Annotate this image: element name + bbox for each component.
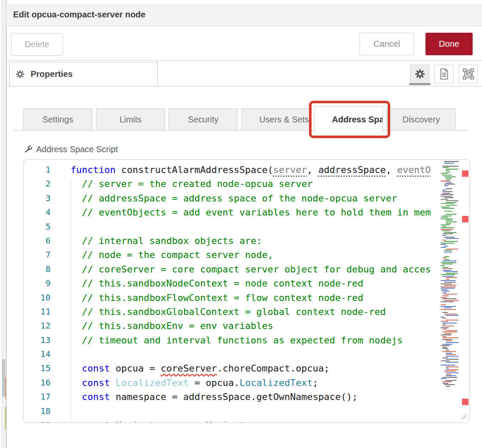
- delete-button[interactable]: Delete: [11, 33, 63, 56]
- minimap-line: [442, 336, 446, 337]
- minimap-line: [442, 267, 448, 268]
- minimap-line: [442, 226, 446, 227]
- minimap-line: [442, 258, 447, 258]
- minimap-line: [441, 321, 448, 322]
- code-token: server: [273, 164, 307, 175]
- code-line: [71, 404, 440, 418]
- minimap-line: [444, 371, 456, 371]
- minimap-line: [446, 200, 459, 201]
- minimap-line: [442, 383, 448, 384]
- minimap-line: [442, 298, 456, 299]
- minimap-line: [446, 273, 458, 274]
- overview-ruler[interactable]: [459, 160, 470, 422]
- minimap-line: [442, 357, 448, 358]
- line-number: 3: [24, 191, 51, 205]
- minimap-line: [441, 335, 451, 335]
- minimap-line: [441, 196, 452, 197]
- tab-users-sets[interactable]: Users & Sets: [241, 108, 310, 130]
- code-line: [71, 347, 440, 361]
- minimap-line: [446, 169, 459, 170]
- minimap-line: [444, 176, 456, 177]
- minimap-line: [446, 340, 453, 341]
- line-number: 19: [24, 418, 51, 423]
- minimap-line: [442, 167, 449, 168]
- error-marker[interactable]: [462, 399, 468, 405]
- divider: [6, 86, 482, 86]
- minimap-line: [444, 232, 456, 233]
- code-editor[interactable]: 12345678910111213141516171819 function c…: [23, 159, 470, 423]
- minimap-line: [446, 330, 457, 331]
- tab-settings[interactable]: Settings: [23, 108, 92, 130]
- minimap-line: [444, 241, 458, 242]
- done-button[interactable]: Done: [425, 33, 473, 55]
- code-token: // internal sandbox objects are:: [71, 235, 262, 246]
- minimap-line: [441, 304, 446, 305]
- minimap-line: [442, 175, 452, 176]
- minimap-line: [442, 270, 451, 271]
- minimap-line: [441, 243, 454, 244]
- minimap-line: [442, 215, 452, 216]
- minimap-line: [444, 197, 454, 198]
- minimap-line: [442, 261, 456, 261]
- appearance-view-button[interactable]: [459, 65, 478, 83]
- error-marker[interactable]: [462, 216, 468, 222]
- minimap-line: [442, 347, 447, 348]
- minimap-line: [444, 300, 459, 301]
- minimap-line: [441, 309, 456, 310]
- minimap-line: [446, 277, 457, 278]
- code-token: [71, 363, 82, 374]
- minimap-line: [446, 375, 456, 376]
- properties-view-button[interactable]: [410, 65, 429, 83]
- minimap-line: [442, 291, 450, 292]
- code-token: // server = the created node-opcua serve…: [71, 179, 313, 189]
- minimap-line: [442, 332, 457, 332]
- minimap-line: [444, 285, 456, 286]
- tab-address-space[interactable]: Address Space: [314, 106, 383, 133]
- minimap-line: [442, 193, 450, 194]
- minimap-line: [441, 173, 447, 174]
- minimap-line: [441, 224, 450, 225]
- minimap-line: [441, 274, 455, 275]
- tab-limits[interactable]: Limits: [96, 108, 165, 130]
- minimap-line: [442, 339, 452, 340]
- divider: [6, 60, 482, 61]
- minimap-line: [441, 244, 446, 245]
- minimap-line: [441, 365, 455, 366]
- minimap-line: [444, 237, 454, 238]
- minimap-line: [444, 211, 453, 212]
- minimap-line: [446, 188, 452, 189]
- line-number: 14: [24, 347, 51, 361]
- minimap[interactable]: [440, 161, 459, 399]
- minimap-line: [441, 218, 453, 219]
- minimap-line: [441, 301, 454, 302]
- minimap-line: [446, 238, 460, 239]
- minimap-line: [446, 380, 456, 381]
- dialog-title: Edit opcua-compact-server node: [13, 10, 145, 20]
- line-number: 18: [24, 404, 51, 418]
- code-token: // eventObjects = add event variables he…: [71, 207, 431, 218]
- line-number: 6: [24, 234, 51, 248]
- line-number: 9: [24, 276, 51, 290]
- line-number: 2: [24, 177, 51, 191]
- code-token: const: [82, 420, 116, 423]
- code-token: Variant: [206, 420, 245, 423]
- code-line: const namespace = addressSpace.getOwnNam…: [71, 390, 440, 404]
- minimap-line: [441, 327, 449, 328]
- code-line: const LocalizedText = opcua.LocalizedTex…: [71, 376, 440, 390]
- cancel-button[interactable]: Cancel: [360, 33, 414, 55]
- code-area[interactable]: function constructAlarmAddressSpace(serv…: [71, 163, 440, 423]
- properties-tab-label: Properties: [16, 69, 73, 79]
- code-token: ,: [307, 164, 318, 175]
- minimap-line: [441, 378, 446, 379]
- tab-discovery[interactable]: Discovery: [387, 108, 456, 130]
- minimap-line: [441, 289, 448, 290]
- code-token: LocalizedText: [239, 377, 312, 388]
- tab-security[interactable]: Security: [169, 108, 238, 130]
- minimap-line: [442, 235, 446, 236]
- minimap-line: [442, 381, 452, 382]
- document-icon: [439, 68, 449, 79]
- error-marker[interactable]: [462, 170, 468, 177]
- gear-icon: [415, 69, 425, 79]
- description-view-button[interactable]: [434, 65, 454, 83]
- tab-properties[interactable]: Properties: [9, 62, 158, 86]
